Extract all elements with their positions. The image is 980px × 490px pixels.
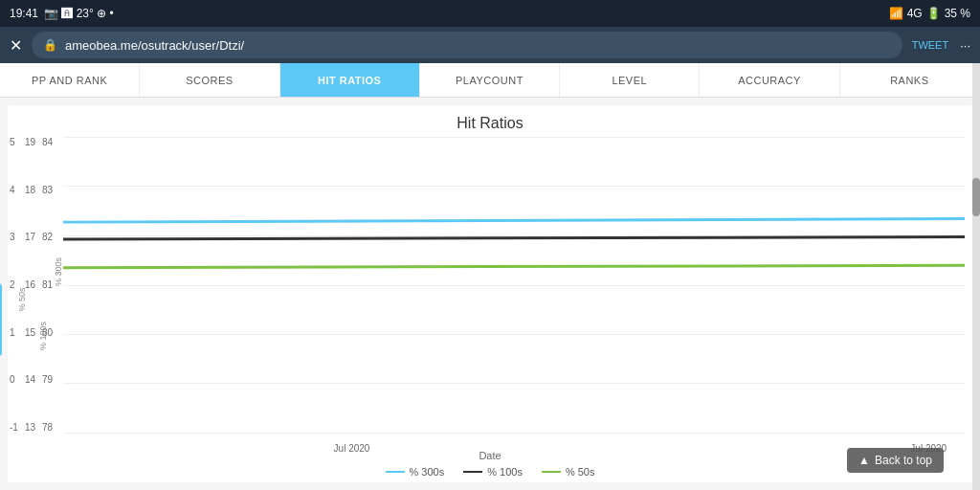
signal-icon: 📶 (889, 7, 903, 20)
tab-ranks[interactable]: RANKS (840, 63, 980, 97)
browser-actions: TWEET ··· (912, 38, 970, 53)
signal-label: 4G (907, 7, 923, 20)
battery-label: 35 % (945, 7, 970, 20)
tab-accuracy[interactable]: ACCURACY (700, 63, 839, 97)
chart-title: Hit Ratios (8, 105, 972, 137)
nav-tabs: PP AND RANK SCORES HIT RATIOS PLAYCOUNT … (0, 63, 980, 98)
tab-hit-ratios[interactable]: HIT RATIOS (280, 63, 420, 97)
url-text: ameobea.me/osutrack/user/Dtzi/ (65, 38, 244, 53)
lock-icon: 🔒 (43, 38, 57, 52)
status-left: 19:41 📷 🅰 23° ⊕ • (10, 7, 114, 20)
chart-legend: % 300s % 100s % 50s (8, 461, 972, 482)
more-menu-button[interactable]: ··· (960, 38, 970, 53)
legend-50s-line (542, 471, 561, 473)
legend-300s-label: % 300s (410, 466, 445, 478)
main-content: Hit Ratios 5 4 3 2 1 0 -1 19 18 17 16 15… (8, 105, 972, 482)
url-bar[interactable]: 🔒 ameobea.me/osutrack/user/Dtzi/ (32, 32, 902, 58)
x-tick-1: Jul 2020 (334, 443, 370, 454)
legend-50s-label: % 50s (566, 466, 595, 478)
close-tab-icon[interactable]: ✕ (10, 36, 22, 55)
x-axis-label: Date (479, 450, 501, 461)
status-icons: 📷 🅰 23° ⊕ • (44, 7, 114, 20)
y-axis-label-50s: % 50s (17, 287, 27, 311)
tab-pp-rank[interactable]: PP AND RANK (0, 63, 140, 97)
legend-100s-label: % 100s (487, 466, 523, 478)
back-to-top-button[interactable]: ▲ Back to top (847, 448, 944, 473)
legend-100s-line (463, 471, 482, 473)
y-axis-300s: 84 83 82 81 80 79 78 (42, 137, 53, 433)
tab-level[interactable]: LEVEL (560, 63, 700, 97)
tweet-button[interactable]: TWEET (912, 39, 949, 51)
legend-100s: % 100s (463, 466, 523, 478)
chart-lines (63, 137, 965, 433)
battery-icon: 🔋 (926, 7, 941, 20)
legend-300s: % 300s (386, 466, 445, 478)
chevron-up-icon: ▲ (858, 454, 870, 467)
y-axis-label-100s: % 100s (38, 322, 48, 350)
time: 19:41 (10, 7, 38, 20)
y-axis-label-300s: % 300s (54, 257, 63, 286)
legend-300s-line (386, 471, 405, 473)
scrollbar[interactable] (972, 63, 980, 490)
scrollbar-thumb[interactable] (972, 178, 980, 216)
status-right: 📶 4G 🔋 35 % (889, 7, 970, 20)
browser-bar: ✕ 🔒 ameobea.me/osutrack/user/Dtzi/ TWEET… (0, 27, 980, 63)
feedback-button[interactable]: Feedback (0, 282, 2, 355)
y-axis-100s: 19 18 17 16 15 14 13 (25, 137, 35, 433)
y-axis-50s: 5 4 3 2 1 0 -1 (10, 137, 18, 433)
tab-playcount[interactable]: PLAYCOUNT (420, 63, 560, 97)
back-to-top-label: Back to top (875, 454, 932, 467)
tab-scores[interactable]: SCORES (140, 63, 279, 97)
legend-50s: % 50s (542, 466, 595, 478)
chart-plot-area: Jul 2020 Jul 2020 (63, 137, 965, 433)
status-bar: 19:41 📷 🅰 23° ⊕ • 📶 4G 🔋 35 % (0, 0, 980, 27)
